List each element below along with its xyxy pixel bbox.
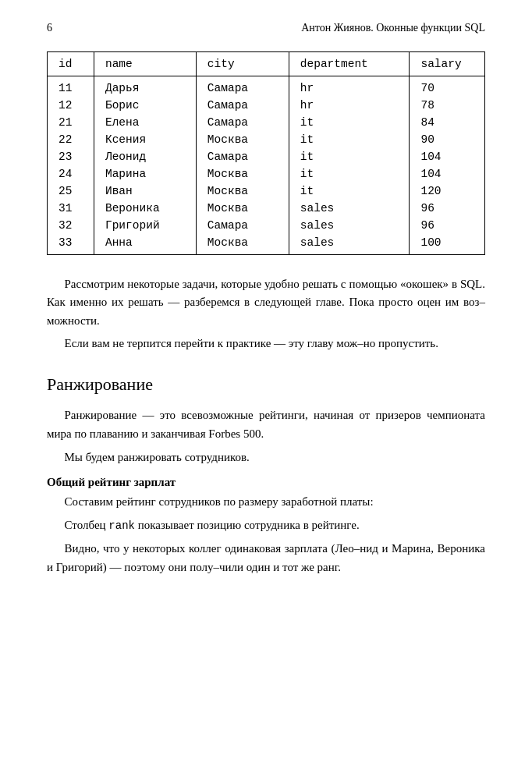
table-cell: Марина <box>94 165 196 183</box>
table-cell: sales <box>289 234 410 254</box>
table-cell: 25 <box>48 183 94 200</box>
page-number: 6 <box>47 22 52 34</box>
table-cell: Борис <box>94 97 196 114</box>
table-cell: Москва <box>196 165 289 183</box>
table-row: 32ГригорийСамараsales96 <box>48 217 484 234</box>
table-cell: 21 <box>48 114 94 131</box>
table-cell: 11 <box>48 76 94 98</box>
section-ranking: Ранжирование Ранжирование — это всевозмо… <box>47 374 485 576</box>
data-table-container: id name city department salary 11ДарьяСа… <box>47 51 485 255</box>
table-cell: 70 <box>410 76 484 98</box>
col-header-salary: salary <box>410 52 484 76</box>
table-cell: Москва <box>196 234 289 254</box>
table-cell: 22 <box>48 131 94 148</box>
paragraph-2: Если вам не терпится перейти к практике … <box>47 335 485 353</box>
section-p2: Мы будем ранжировать сотрудников. <box>47 448 485 466</box>
section-p4-code: rank <box>108 519 135 532</box>
table-cell: it <box>289 183 410 200</box>
table-row: 24МаринаМоскваit104 <box>48 165 484 183</box>
header-title: Антон Жиянов. Оконные функции SQL <box>301 22 485 34</box>
section-p3: Составим рейтинг сотрудников по размеру … <box>47 492 485 511</box>
table-cell: Самара <box>196 114 289 131</box>
table-cell: Леонид <box>94 148 196 165</box>
table-header-row: id name city department salary <box>48 52 484 76</box>
table-cell: Иван <box>94 183 196 200</box>
table-row: 25ИванМоскваit120 <box>48 183 484 200</box>
table-cell: 31 <box>48 200 94 217</box>
table-cell: hr <box>289 97 410 114</box>
table-cell: it <box>289 165 410 183</box>
table-cell: it <box>289 131 410 148</box>
table-row: 22КсенияМоскваit90 <box>48 131 484 148</box>
table-row: 21ЕленаСамараit84 <box>48 114 484 131</box>
table-cell: 12 <box>48 97 94 114</box>
table-cell: Москва <box>196 183 289 200</box>
section-p5: Видно, что у некоторых коллег одинаковая… <box>47 539 485 576</box>
table-row: 33АннаМоскваsales100 <box>48 234 484 254</box>
table-cell: Григорий <box>94 217 196 234</box>
table-cell: Самара <box>196 97 289 114</box>
paragraph-1: Рассмотрим некоторые задачи, которые удо… <box>47 275 485 330</box>
table-cell: Самара <box>196 148 289 165</box>
page: 6 Антон Жиянов. Оконные функции SQL id n… <box>0 0 532 780</box>
page-header: 6 Антон Жиянов. Оконные функции SQL <box>47 22 485 34</box>
table-row: 23ЛеонидСамараit104 <box>48 148 484 165</box>
table-cell: 96 <box>410 217 484 234</box>
table-cell: 23 <box>48 148 94 165</box>
subsection-title: Общий рейтинг зарплат <box>47 476 485 489</box>
table-cell: it <box>289 148 410 165</box>
col-header-city: city <box>196 52 289 76</box>
table-cell: 32 <box>48 217 94 234</box>
table-cell: 78 <box>410 97 484 114</box>
col-header-name: name <box>94 52 196 76</box>
table-cell: hr <box>289 76 410 98</box>
table-cell: Самара <box>196 76 289 98</box>
table-cell: it <box>289 114 410 131</box>
table-cell: 100 <box>410 234 484 254</box>
table-cell: 84 <box>410 114 484 131</box>
table-cell: 96 <box>410 200 484 217</box>
table-cell: Вероника <box>94 200 196 217</box>
table-cell: sales <box>289 200 410 217</box>
col-header-department: department <box>289 52 410 76</box>
table-cell: 24 <box>48 165 94 183</box>
table-cell: Елена <box>94 114 196 131</box>
section-p4: Столбец rank показывает позицию сотрудни… <box>47 516 485 534</box>
table-cell: Москва <box>196 131 289 148</box>
table-row: 11ДарьяСамараhr70 <box>48 76 484 98</box>
table-cell: 33 <box>48 234 94 254</box>
table-row: 12БорисСамараhr78 <box>48 97 484 114</box>
table-cell: sales <box>289 217 410 234</box>
text-block-1: Рассмотрим некоторые задачи, которые удо… <box>47 275 485 353</box>
table-cell: Дарья <box>94 76 196 98</box>
section-p4-after: показывает позицию сотрудника в рейтинге… <box>135 519 360 531</box>
table-cell: 104 <box>410 165 484 183</box>
section-p4-before: Столбец <box>65 519 109 531</box>
table-row: 31ВероникаМоскваsales96 <box>48 200 484 217</box>
table-cell: Самара <box>196 217 289 234</box>
section-title-ranking: Ранжирование <box>47 374 485 395</box>
data-table: id name city department salary 11ДарьяСа… <box>48 52 484 254</box>
col-header-id: id <box>48 52 94 76</box>
table-cell: Анна <box>94 234 196 254</box>
table-cell: 104 <box>410 148 484 165</box>
table-cell: 90 <box>410 131 484 148</box>
table-cell: Москва <box>196 200 289 217</box>
table-cell: 120 <box>410 183 484 200</box>
table-cell: Ксения <box>94 131 196 148</box>
section-p1: Ранжирование — это всевозможные рейтинги… <box>47 406 485 443</box>
